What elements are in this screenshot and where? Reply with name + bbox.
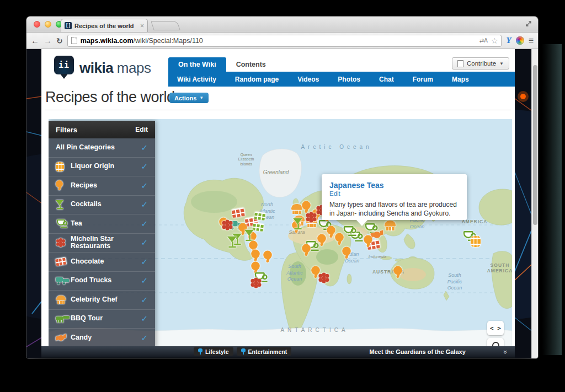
truck-icon xyxy=(56,277,67,284)
pin-map-pin[interactable] xyxy=(317,234,326,247)
browser-titlebar: [] Recipes of the world × xyxy=(26,17,538,33)
logo-text: wikia maps xyxy=(79,60,151,77)
pin-map-pin[interactable] xyxy=(327,226,335,239)
michelin-map-pin[interactable] xyxy=(225,223,229,227)
chef-map-pin[interactable] xyxy=(291,204,303,214)
chevron-down-icon: ▼ xyxy=(199,95,204,100)
candy-map-pin[interactable] xyxy=(371,231,383,239)
filter-row-cocktails[interactable]: Cocktails✓ xyxy=(49,196,155,215)
nav-item-maps[interactable]: Maps xyxy=(452,76,469,83)
nav-item-photos[interactable]: Photos xyxy=(338,76,360,83)
tab-on-the-wiki[interactable]: On the Wiki xyxy=(168,57,226,72)
browser-tab[interactable]: [] Recipes of the world × xyxy=(61,19,148,32)
filter-row-all-pin-categories[interactable]: All Pin Categories✓ xyxy=(49,138,155,158)
popup-title: Japanese Teas xyxy=(329,181,459,190)
fullscreen-expand-icon[interactable] xyxy=(525,20,532,28)
close-window-button[interactable] xyxy=(34,21,40,28)
cow-icon xyxy=(56,315,67,323)
filter-row-liquor-origin[interactable]: Liquor Origin✓ xyxy=(49,158,155,177)
filter-row-chocolate[interactable]: Chocolate✓ xyxy=(49,253,155,272)
footer-hub-buttons: LifestyleEntertainment xyxy=(190,347,291,356)
michelin-map-pin[interactable] xyxy=(254,281,258,284)
bookmark-star-icon[interactable]: ☆ xyxy=(491,37,498,45)
wikia-maps-logo[interactable]: ii wikia maps xyxy=(54,56,151,80)
filter-row-tea[interactable]: Tea✓ xyxy=(49,214,155,234)
filter-label: Michelin Star Restaurants xyxy=(71,235,141,251)
check-icon[interactable]: ✓ xyxy=(141,181,148,191)
nav-item-wiki-activity[interactable]: Wiki Activity xyxy=(177,76,216,83)
cocktail-map-pin[interactable] xyxy=(293,218,303,229)
minimize-window-button[interactable] xyxy=(45,21,51,28)
pin-map-pin[interactable] xyxy=(311,266,320,279)
chef-icon xyxy=(56,296,66,304)
check-icon[interactable]: ✓ xyxy=(141,295,148,305)
filters-edit-button[interactable]: Edit xyxy=(135,126,148,133)
filter-row-food-trucks[interactable]: Food Trucks✓ xyxy=(49,272,155,291)
wikia-maps-logo-icon: ii xyxy=(54,56,74,80)
tab-contents[interactable]: Contents xyxy=(226,57,276,72)
reload-button[interactable]: ↻ xyxy=(56,37,63,45)
browser-menu-icon[interactable]: ≡ xyxy=(529,36,534,45)
choc-icon xyxy=(55,257,67,266)
check-icon[interactable]: ✓ xyxy=(141,200,148,210)
barrel-map-pin[interactable] xyxy=(471,236,481,247)
footer-button-entertainment[interactable]: Entertainment xyxy=(237,347,292,356)
wikia-maps-favicon-icon: [] xyxy=(65,22,72,29)
filter-row-bbq-tour[interactable]: BBQ Tour✓ xyxy=(49,310,155,329)
chef-map-pin[interactable] xyxy=(384,221,397,230)
page-viewport: ii wikia maps On the WikiContents Wiki A… xyxy=(26,49,538,358)
filter-row-candy[interactable]: Candy✓ xyxy=(49,329,155,348)
contribute-button[interactable]: Contribute ▼ xyxy=(452,57,509,69)
nav-item-videos[interactable]: Videos xyxy=(297,76,319,83)
filter-row-celebrity-chef[interactable]: Celebrity Chef✓ xyxy=(49,291,155,310)
promo-link[interactable]: Meet the Guardians of the Galaxy xyxy=(370,348,466,355)
wiki-nav-bar: Wiki ActivityRandom pageVideosPhotosChat… xyxy=(168,72,515,87)
popup-edit-link[interactable]: Edit xyxy=(329,190,459,197)
browser-toolbar: ← → ↻ maps.wikia.com/wiki/Special:Maps/1… xyxy=(26,33,538,49)
check-icon[interactable]: ✓ xyxy=(141,257,148,267)
nav-item-chat[interactable]: Chat xyxy=(379,76,394,83)
scrollbar[interactable] xyxy=(531,49,538,358)
pin-map-pin[interactable] xyxy=(342,247,351,260)
michelin-map-pin[interactable] xyxy=(322,276,326,280)
filter-label: Food Trucks xyxy=(71,277,141,284)
pin-map-pin[interactable] xyxy=(251,250,260,262)
nav-item-forum[interactable]: Forum xyxy=(413,76,433,83)
gchoc-map-pin[interactable] xyxy=(254,212,265,221)
new-tab-button[interactable] xyxy=(151,21,180,30)
extension-colorwheel-icon[interactable] xyxy=(516,36,524,45)
tab-close-icon[interactable]: × xyxy=(140,23,144,29)
michelin-map-pin[interactable] xyxy=(309,215,313,219)
extension-y-icon[interactable]: Y xyxy=(506,36,511,45)
footer-button-lifestyle[interactable]: Lifestyle xyxy=(194,347,233,356)
check-icon[interactable]: ✓ xyxy=(141,238,148,248)
url-bar[interactable]: maps.wikia.com/wiki/Special:Maps/110 ⇄A … xyxy=(67,35,502,47)
check-icon[interactable]: ✓ xyxy=(141,219,148,229)
pin-map-pin[interactable] xyxy=(263,251,272,264)
forward-button[interactable]: → xyxy=(44,36,52,45)
pin-map-pin[interactable] xyxy=(393,266,402,279)
check-icon[interactable]: ✓ xyxy=(141,162,148,171)
cocktail-map-pin[interactable] xyxy=(227,237,237,248)
back-button[interactable]: ← xyxy=(31,36,39,45)
pin-map-pin[interactable] xyxy=(302,201,311,214)
url-text: maps.wikia.com/wiki/Special:Maps/110 xyxy=(81,37,476,45)
check-icon[interactable]: ✓ xyxy=(141,276,148,286)
check-icon[interactable]: ✓ xyxy=(141,314,148,324)
pin-icon xyxy=(56,180,63,191)
tea-map-pin[interactable] xyxy=(342,226,356,236)
text-size-icon[interactable]: ⇄A xyxy=(479,37,488,44)
cocktail-map-pin[interactable] xyxy=(244,230,254,241)
double-chevron-down-icon[interactable]: » xyxy=(502,350,510,353)
filter-row-recipes[interactable]: Recipes✓ xyxy=(49,176,155,196)
filter-row-michelin-star-restaurants[interactable]: Michelin Star Restaurants✓ xyxy=(49,234,155,253)
pin-map-pin[interactable] xyxy=(364,235,372,248)
map-canvas[interactable]: Arctic OceanQueen Elizabeth IslandsGreen… xyxy=(49,119,512,348)
nav-item-random-page[interactable]: Random page xyxy=(235,76,279,83)
pin-map-pin[interactable] xyxy=(302,244,311,257)
actions-button[interactable]: Actions ▼ xyxy=(169,93,209,103)
scrollbar-thumb[interactable] xyxy=(533,65,537,225)
check-icon[interactable]: ✓ xyxy=(141,333,148,343)
check-icon[interactable]: ✓ xyxy=(141,143,148,153)
embed-code-button[interactable]: < > xyxy=(487,321,504,335)
